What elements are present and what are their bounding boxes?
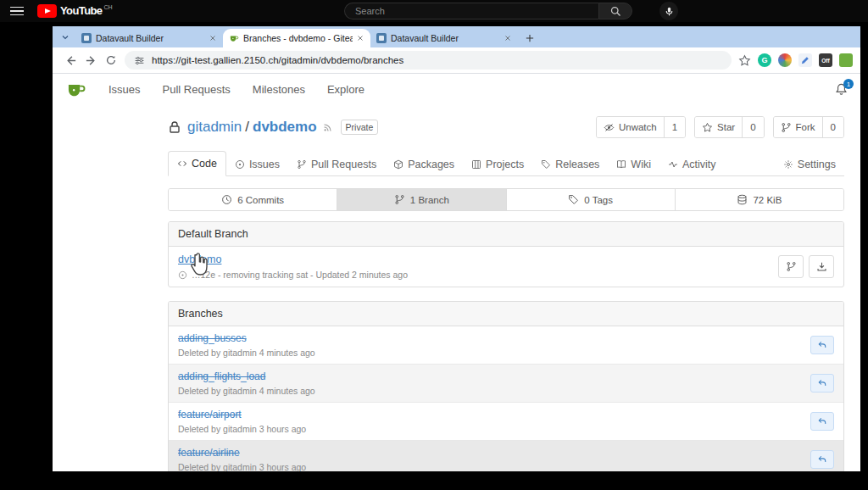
new-tab-button[interactable] bbox=[525, 33, 535, 43]
nav-item-pull-requests[interactable]: Pull Requests bbox=[163, 83, 231, 96]
nav-item-issues[interactable]: Issues bbox=[108, 83, 141, 96]
new-branch-button[interactable] bbox=[778, 255, 804, 278]
branch-meta: Deleted by gitadmin 4 minutes ago bbox=[178, 386, 315, 396]
youtube-search-button[interactable] bbox=[598, 3, 632, 19]
star-label: Star bbox=[717, 122, 735, 132]
tab-activity[interactable]: Activity bbox=[659, 153, 725, 176]
stat-commits[interactable]: 6 Commits bbox=[169, 189, 337, 210]
clock-icon bbox=[221, 194, 232, 205]
rss-icon[interactable] bbox=[323, 122, 333, 132]
notifications-button[interactable]: 1 bbox=[835, 83, 848, 96]
repo-name-link[interactable]: dvbdemo bbox=[253, 119, 317, 136]
reload-button[interactable] bbox=[101, 50, 121, 70]
datavault-favicon bbox=[376, 33, 387, 43]
tab-projects[interactable]: Projects bbox=[463, 153, 532, 176]
gitea-navbar: Issues Pull Requests Milestones Explore … bbox=[53, 74, 860, 105]
gitea-page: Issues Pull Requests Milestones Explore … bbox=[53, 74, 860, 471]
browser-tab-gitea-branches[interactable]: Branches - dvbdemo - Gitea: A bbox=[223, 29, 370, 47]
branch-meta: Deleted by gitadmin 3 hours ago bbox=[178, 462, 306, 471]
undo-icon bbox=[817, 416, 827, 426]
download-icon bbox=[816, 261, 827, 272]
default-branch-panel: Default Branch dvbdemo …12e - removing t… bbox=[168, 221, 844, 287]
releases-tag-icon bbox=[541, 159, 551, 170]
back-icon bbox=[64, 54, 77, 67]
stat-branches[interactable]: 1 Branch bbox=[337, 189, 505, 210]
extension-icon-2[interactable] bbox=[778, 53, 792, 67]
tab-releases[interactable]: Releases bbox=[532, 153, 608, 176]
menu-icon[interactable] bbox=[10, 7, 24, 16]
star-button[interactable]: Star bbox=[695, 117, 742, 137]
address-bar[interactable]: https://git-test.gallien.2150.ch/gitadmi… bbox=[125, 51, 732, 70]
forward-button[interactable] bbox=[81, 50, 101, 70]
extension-icon-1[interactable]: G bbox=[758, 53, 771, 67]
fork-icon bbox=[781, 122, 792, 133]
code-icon bbox=[177, 159, 187, 169]
youtube-search-group bbox=[344, 3, 632, 19]
tab-close-icon[interactable] bbox=[504, 34, 512, 42]
branch-icon bbox=[786, 261, 797, 272]
issue-icon bbox=[235, 159, 245, 170]
extension-pencil-icon[interactable] bbox=[798, 53, 812, 67]
repo-stats-bar: 6 Commits 1 Branch 0 Tags 72 KiB bbox=[168, 188, 844, 211]
tab-code[interactable]: Code bbox=[168, 151, 226, 176]
tab-settings[interactable]: Settings bbox=[775, 153, 844, 176]
tab-close-icon[interactable] bbox=[356, 34, 364, 42]
projects-icon bbox=[471, 159, 481, 170]
download-button[interactable] bbox=[809, 255, 834, 278]
deleted-branch-link[interactable]: adding_flights_load bbox=[178, 370, 315, 382]
restore-branch-button[interactable] bbox=[810, 450, 834, 469]
restore-branch-button[interactable] bbox=[810, 412, 834, 431]
restore-branch-button[interactable] bbox=[810, 374, 834, 393]
tab-title: Branches - dvbdemo - Gitea: A bbox=[243, 33, 353, 43]
stat-size[interactable]: 72 KiB bbox=[675, 189, 843, 210]
deleted-branch-link[interactable]: feature/airline bbox=[178, 447, 306, 459]
youtube-search-input[interactable] bbox=[344, 3, 598, 19]
branch-meta: Deleted by gitadmin 3 hours ago bbox=[178, 424, 306, 434]
package-icon bbox=[393, 159, 403, 170]
star-count[interactable]: 0 bbox=[742, 117, 763, 137]
fork-button-group: Fork 0 bbox=[773, 116, 844, 138]
unwatch-button[interactable]: Unwatch bbox=[597, 117, 664, 137]
extension-icon-5[interactable] bbox=[839, 53, 853, 67]
stat-tags[interactable]: 0 Tags bbox=[506, 189, 675, 210]
youtube-logo[interactable]: YouTube CH bbox=[37, 4, 113, 18]
deleted-branch-link[interactable]: adding_busses bbox=[178, 332, 315, 344]
repo-owner-link[interactable]: gitadmin bbox=[187, 119, 242, 136]
branches-panel: Branches adding_busses Deleted by gitadm… bbox=[168, 301, 844, 471]
gitea-logo[interactable] bbox=[65, 79, 86, 100]
tab-search-button[interactable] bbox=[58, 31, 72, 44]
gitea-favicon bbox=[229, 33, 239, 43]
private-badge: Private bbox=[341, 120, 379, 135]
eye-off-icon bbox=[604, 122, 615, 133]
youtube-topbar: YouTube CH bbox=[0, 0, 868, 22]
tab-pull-requests[interactable]: Pull Requests bbox=[288, 153, 385, 176]
fork-count[interactable]: 0 bbox=[822, 117, 843, 137]
back-button[interactable] bbox=[60, 50, 81, 70]
youtube-mic-button[interactable] bbox=[659, 2, 678, 20]
bookmark-star-icon[interactable] bbox=[738, 54, 751, 67]
restore-branch-button[interactable] bbox=[810, 336, 834, 354]
deleted-branch-link[interactable]: feature/airport bbox=[178, 409, 306, 420]
repo-header: gitadmin / dvbdemo Private Unwatch 1 bbox=[168, 115, 844, 139]
repo-tabs: Code Issues Pull Requests Packages Proje… bbox=[168, 151, 844, 176]
browser-tab-datavault-2[interactable]: Datavault Builder bbox=[370, 29, 518, 47]
browser-tab-datavault-1[interactable]: Datavault Builder bbox=[75, 29, 223, 47]
default-branch-link[interactable]: dvbdemo bbox=[178, 253, 408, 265]
extension-off-label: Off bbox=[821, 58, 829, 64]
nav-item-milestones[interactable]: Milestones bbox=[253, 83, 305, 96]
commit-icon bbox=[178, 270, 187, 280]
extension-off-icon[interactable]: Off bbox=[819, 53, 832, 67]
tab-wiki[interactable]: Wiki bbox=[608, 153, 659, 176]
tab-issues[interactable]: Issues bbox=[226, 153, 288, 176]
tab-title: Datavault Builder bbox=[391, 33, 500, 43]
nav-item-explore[interactable]: Explore bbox=[327, 83, 364, 96]
mic-icon bbox=[664, 6, 675, 17]
fork-button[interactable]: Fork bbox=[774, 117, 822, 137]
tab-close-icon[interactable] bbox=[209, 34, 217, 42]
youtube-region-label: CH bbox=[103, 4, 112, 11]
site-info-icon[interactable] bbox=[134, 55, 145, 66]
tab-packages[interactable]: Packages bbox=[385, 153, 463, 176]
watch-count[interactable]: 1 bbox=[664, 117, 685, 137]
search-icon bbox=[609, 5, 622, 18]
unwatch-button-group: Unwatch 1 bbox=[596, 116, 686, 138]
